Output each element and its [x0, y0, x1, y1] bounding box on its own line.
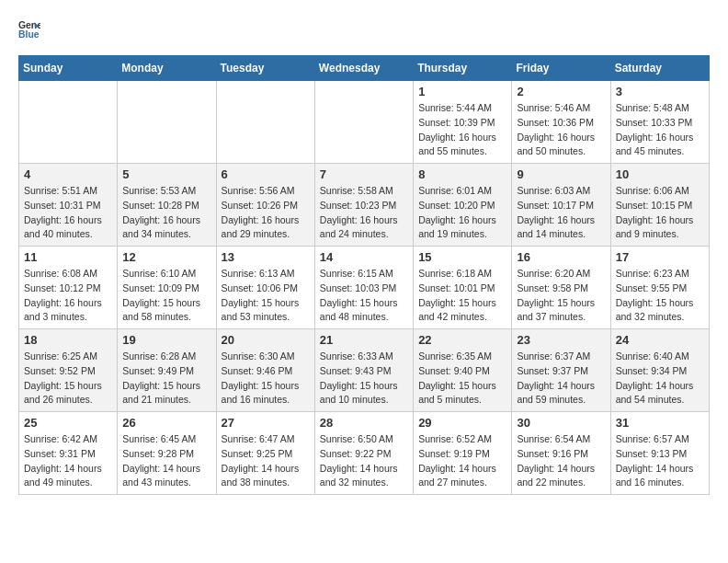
day-number: 6 [222, 167, 310, 181]
day-number: 27 [222, 416, 310, 430]
day-number: 17 [616, 250, 704, 264]
day-info: Sunrise: 6:40 AM Sunset: 9:34 PM Dayligh… [616, 350, 704, 408]
day-info: Sunrise: 6:25 AM Sunset: 9:52 PM Dayligh… [24, 350, 112, 408]
day-info: Sunrise: 5:44 AM Sunset: 10:39 PM Daylig… [418, 101, 506, 159]
day-info: Sunrise: 5:56 AM Sunset: 10:26 PM Daylig… [222, 184, 310, 242]
day-number: 22 [418, 333, 506, 347]
calendar-cell: 20Sunrise: 6:30 AM Sunset: 9:46 PM Dayli… [216, 329, 314, 412]
calendar-cell: 8Sunrise: 6:01 AM Sunset: 10:20 PM Dayli… [414, 164, 512, 247]
day-info: Sunrise: 6:08 AM Sunset: 10:12 PM Daylig… [24, 267, 112, 325]
day-number: 21 [320, 333, 408, 347]
calendar-week-row: 25Sunrise: 6:42 AM Sunset: 9:31 PM Dayli… [19, 412, 710, 495]
day-of-week-header: Wednesday [314, 56, 413, 81]
logo: General Blue [18, 18, 40, 40]
calendar-cell: 23Sunrise: 6:37 AM Sunset: 9:37 PM Dayli… [512, 329, 610, 412]
day-of-week-header: Friday [512, 56, 610, 81]
day-number: 10 [616, 167, 704, 181]
calendar-week-row: 18Sunrise: 6:25 AM Sunset: 9:52 PM Dayli… [19, 329, 710, 412]
calendar-cell: 13Sunrise: 6:13 AM Sunset: 10:06 PM Dayl… [216, 247, 314, 329]
calendar-cell: 15Sunrise: 6:18 AM Sunset: 10:01 PM Dayl… [414, 247, 512, 329]
day-number: 15 [418, 250, 506, 264]
day-info: Sunrise: 6:13 AM Sunset: 10:06 PM Daylig… [222, 267, 310, 325]
day-info: Sunrise: 6:10 AM Sunset: 10:09 PM Daylig… [122, 267, 210, 325]
day-number: 13 [222, 250, 310, 264]
day-number: 2 [517, 85, 605, 98]
day-of-week-header: Sunday [19, 56, 118, 81]
day-info: Sunrise: 5:58 AM Sunset: 10:23 PM Daylig… [320, 184, 408, 242]
calendar-cell: 16Sunrise: 6:20 AM Sunset: 9:58 PM Dayli… [512, 247, 610, 329]
logo-icon: General Blue [18, 18, 40, 40]
calendar-week-row: 11Sunrise: 6:08 AM Sunset: 10:12 PM Dayl… [19, 247, 710, 329]
day-info: Sunrise: 6:54 AM Sunset: 9:16 PM Dayligh… [517, 432, 605, 490]
calendar-cell [118, 81, 216, 164]
day-number: 8 [418, 167, 506, 181]
day-info: Sunrise: 5:53 AM Sunset: 10:28 PM Daylig… [122, 184, 210, 242]
day-info: Sunrise: 6:15 AM Sunset: 10:03 PM Daylig… [320, 267, 408, 325]
day-info: Sunrise: 5:48 AM Sunset: 10:33 PM Daylig… [616, 101, 704, 159]
day-info: Sunrise: 6:42 AM Sunset: 9:31 PM Dayligh… [24, 432, 112, 490]
day-of-week-header: Tuesday [216, 56, 314, 81]
day-number: 23 [517, 333, 605, 347]
day-info: Sunrise: 5:51 AM Sunset: 10:31 PM Daylig… [24, 184, 112, 242]
day-info: Sunrise: 6:52 AM Sunset: 9:19 PM Dayligh… [418, 432, 506, 490]
calendar-cell: 17Sunrise: 6:23 AM Sunset: 9:55 PM Dayli… [610, 247, 709, 329]
calendar-cell: 27Sunrise: 6:47 AM Sunset: 9:25 PM Dayli… [216, 412, 314, 495]
calendar-cell: 7Sunrise: 5:58 AM Sunset: 10:23 PM Dayli… [314, 164, 413, 247]
day-info: Sunrise: 6:18 AM Sunset: 10:01 PM Daylig… [418, 267, 506, 325]
day-number: 1 [418, 85, 506, 98]
calendar-cell: 21Sunrise: 6:33 AM Sunset: 9:43 PM Dayli… [314, 329, 413, 412]
calendar-cell: 24Sunrise: 6:40 AM Sunset: 9:34 PM Dayli… [610, 329, 709, 412]
calendar-cell: 18Sunrise: 6:25 AM Sunset: 9:52 PM Dayli… [19, 329, 118, 412]
day-number: 28 [320, 416, 408, 430]
calendar-cell [216, 81, 314, 164]
day-number: 3 [616, 85, 704, 98]
calendar-cell: 26Sunrise: 6:45 AM Sunset: 9:28 PM Dayli… [118, 412, 216, 495]
day-info: Sunrise: 6:50 AM Sunset: 9:22 PM Dayligh… [320, 432, 408, 490]
day-number: 20 [222, 333, 310, 347]
calendar-cell: 14Sunrise: 6:15 AM Sunset: 10:03 PM Dayl… [314, 247, 413, 329]
day-info: Sunrise: 6:30 AM Sunset: 9:46 PM Dayligh… [222, 350, 310, 408]
day-number: 11 [24, 250, 112, 264]
day-number: 4 [24, 167, 112, 181]
day-number: 29 [418, 416, 506, 430]
calendar-header-row: SundayMondayTuesdayWednesdayThursdayFrid… [19, 56, 710, 81]
calendar-cell: 22Sunrise: 6:35 AM Sunset: 9:40 PM Dayli… [414, 329, 512, 412]
day-number: 18 [24, 333, 112, 347]
day-info: Sunrise: 6:23 AM Sunset: 9:55 PM Dayligh… [616, 267, 704, 325]
calendar-cell: 5Sunrise: 5:53 AM Sunset: 10:28 PM Dayli… [118, 164, 216, 247]
calendar-cell [314, 81, 413, 164]
day-of-week-header: Saturday [610, 56, 709, 81]
calendar-cell: 29Sunrise: 6:52 AM Sunset: 9:19 PM Dayli… [414, 412, 512, 495]
calendar-cell [19, 81, 118, 164]
day-number: 19 [122, 333, 210, 347]
day-number: 7 [320, 167, 408, 181]
day-info: Sunrise: 6:35 AM Sunset: 9:40 PM Dayligh… [418, 350, 506, 408]
calendar-table: SundayMondayTuesdayWednesdayThursdayFrid… [18, 55, 710, 495]
day-of-week-header: Monday [118, 56, 216, 81]
calendar-cell: 3Sunrise: 5:48 AM Sunset: 10:33 PM Dayli… [610, 81, 709, 164]
day-info: Sunrise: 6:01 AM Sunset: 10:20 PM Daylig… [418, 184, 506, 242]
day-info: Sunrise: 6:37 AM Sunset: 9:37 PM Dayligh… [517, 350, 605, 408]
calendar-cell: 4Sunrise: 5:51 AM Sunset: 10:31 PM Dayli… [19, 164, 118, 247]
day-number: 12 [122, 250, 210, 264]
calendar-cell: 31Sunrise: 6:57 AM Sunset: 9:13 PM Dayli… [610, 412, 709, 495]
page-header: General Blue [18, 18, 710, 40]
calendar-cell: 1Sunrise: 5:44 AM Sunset: 10:39 PM Dayli… [414, 81, 512, 164]
day-number: 31 [616, 416, 704, 430]
calendar-cell: 9Sunrise: 6:03 AM Sunset: 10:17 PM Dayli… [512, 164, 610, 247]
day-number: 24 [616, 333, 704, 347]
day-number: 30 [517, 416, 605, 430]
calendar-cell: 2Sunrise: 5:46 AM Sunset: 10:36 PM Dayli… [512, 81, 610, 164]
calendar-cell: 10Sunrise: 6:06 AM Sunset: 10:15 PM Dayl… [610, 164, 709, 247]
day-of-week-header: Thursday [414, 56, 512, 81]
day-number: 25 [24, 416, 112, 430]
day-info: Sunrise: 6:57 AM Sunset: 9:13 PM Dayligh… [616, 432, 704, 490]
calendar-week-row: 1Sunrise: 5:44 AM Sunset: 10:39 PM Dayli… [19, 81, 710, 164]
day-number: 9 [517, 167, 605, 181]
calendar-cell: 19Sunrise: 6:28 AM Sunset: 9:49 PM Dayli… [118, 329, 216, 412]
calendar-cell: 6Sunrise: 5:56 AM Sunset: 10:26 PM Dayli… [216, 164, 314, 247]
calendar-week-row: 4Sunrise: 5:51 AM Sunset: 10:31 PM Dayli… [19, 164, 710, 247]
day-number: 16 [517, 250, 605, 264]
day-info: Sunrise: 5:46 AM Sunset: 10:36 PM Daylig… [517, 101, 605, 159]
calendar-cell: 28Sunrise: 6:50 AM Sunset: 9:22 PM Dayli… [314, 412, 413, 495]
